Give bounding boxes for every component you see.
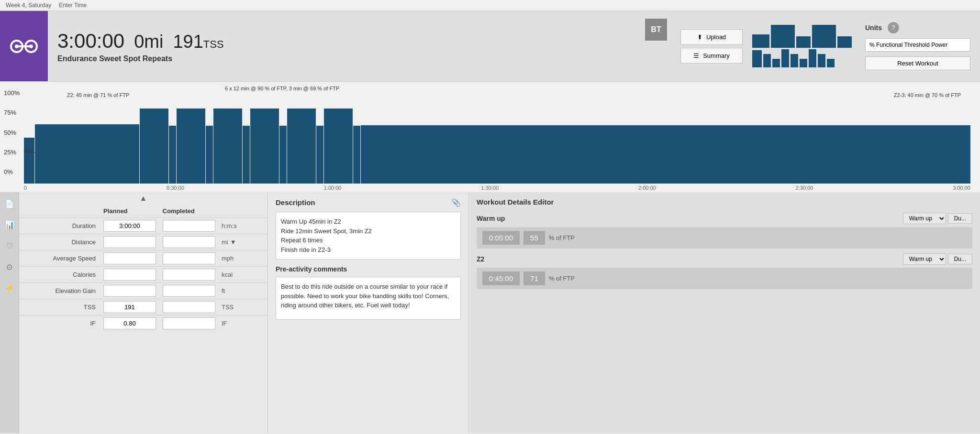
- chart-annotations-top: 6 x 12 min @ 90 % of FTP, 3 min @ 69 % o…: [24, 86, 970, 100]
- enter-time-link[interactable]: Enter Time: [59, 2, 87, 9]
- clip-icon[interactable]: 📎: [451, 198, 461, 207]
- bar-rec4: [279, 126, 287, 184]
- blocks-preview[interactable]: [752, 25, 852, 67]
- distance-unit: mi ▼: [222, 239, 260, 246]
- y-label-100: 100%: [4, 89, 20, 97]
- bt-badge: BT: [645, 19, 667, 41]
- calories-label: Calories: [27, 271, 103, 278]
- description-panel: Description 📎 Warm Up 45min in Z2 Ride 1…: [268, 192, 469, 433]
- x-label-150: 2:30:00: [796, 185, 813, 191]
- bike-icon[interactable]: ⊙: [3, 260, 16, 273]
- summary-icon: ☰: [693, 52, 699, 59]
- bar-rec6: [353, 126, 360, 184]
- bar-ss5: [287, 108, 316, 184]
- pre-activity-text[interactable]: Best to do this ride outside on a course…: [276, 277, 461, 320]
- summary-button[interactable]: ☰ Summary: [680, 48, 743, 64]
- stats-panel: ▲ Planned Completed Duration h:m:s Dista…: [19, 192, 268, 433]
- bar-rec3: [243, 126, 250, 184]
- bar-rec2: [206, 126, 213, 184]
- avg-speed-label: Average Speed: [27, 255, 103, 262]
- chart-section: 100% 75% 50% 25% 0% 6 x 12 min @ 90 % of…: [0, 82, 980, 192]
- duration-planned[interactable]: [103, 220, 156, 232]
- x-label-30: 0:30:00: [167, 185, 184, 191]
- upload-button[interactable]: ⬆ Upload: [680, 29, 743, 45]
- tss-planned[interactable]: [103, 301, 156, 313]
- elevation-label: Elevation Gain: [27, 287, 103, 294]
- segment-z2-ftp-label: % of FTP: [549, 275, 575, 282]
- details-title: Workout Details Editor: [477, 198, 972, 206]
- calories-completed[interactable]: [163, 269, 215, 281]
- elevation-planned[interactable]: [103, 285, 156, 297]
- segment-z2-row: 0:45:00 71 % of FTP: [477, 268, 972, 289]
- stats-row-distance: Distance mi ▼: [19, 234, 267, 250]
- segment-z2-header: Z2 Warm up Du...: [477, 253, 972, 265]
- bolt-icon[interactable]: ⚡: [3, 281, 16, 294]
- if-label: IF: [27, 320, 103, 327]
- stats-row-calories: Calories kcal: [19, 266, 267, 282]
- distance-planned[interactable]: [103, 236, 156, 248]
- units-select[interactable]: % Functional Threshold Power: [865, 38, 970, 52]
- segment-z2-controls: Warm up Du...: [903, 253, 972, 265]
- segment-z2-du-btn[interactable]: Du...: [948, 254, 972, 264]
- duration-unit: h:m:s: [222, 222, 260, 229]
- segment-warmup-name: Warm up: [477, 215, 505, 222]
- details-panel: Workout Details Editor Warm up Warm up D…: [469, 192, 980, 433]
- units-label: Units: [865, 24, 882, 32]
- y-label-25: 25%: [4, 149, 20, 156]
- x-label-0: 0: [24, 185, 27, 191]
- upload-icon: ⬆: [697, 33, 702, 41]
- bar-ss6: [324, 108, 353, 184]
- tss-completed[interactable]: [163, 301, 215, 313]
- reset-button[interactable]: Reset Workout: [865, 56, 970, 70]
- completed-header: Completed: [163, 207, 222, 215]
- stats-row-duration: Duration h:m:s: [19, 217, 267, 234]
- workout-info: 3:00:00 0mi 191TSS Endurance Sweet Spot …: [48, 11, 645, 81]
- file-icon[interactable]: 📄: [3, 197, 16, 210]
- workout-icon-svg: [10, 37, 38, 56]
- segment-warmup-du-btn[interactable]: Du...: [948, 213, 972, 224]
- warmup-label: Wa...: [25, 148, 37, 154]
- if-completed[interactable]: [163, 317, 215, 329]
- bar-ss1: [140, 108, 168, 184]
- pre-activity-label: Pre-activity comments: [276, 265, 461, 273]
- description-title: Description: [276, 198, 315, 206]
- avg-speed-completed[interactable]: [163, 252, 215, 264]
- workout-time: 3:00:00: [57, 30, 124, 53]
- segment-warmup: Warm up Warm up Du... 0:05:00 55 % of FT…: [477, 213, 972, 249]
- bar-rec1: [169, 126, 176, 184]
- bottom-section: 📄 📊 ♡ ⊙ ⚡ ▲ Planned Completed Duration h…: [0, 192, 980, 433]
- left-panel: 📄 📊 ♡ ⊙ ⚡: [0, 192, 19, 433]
- distance-completed[interactable]: [163, 236, 215, 248]
- segment-z2-time: 0:45:00: [482, 271, 520, 285]
- annotation-sweet-spot: 6 x 12 min @ 90 % of FTP, 3 min @ 69 % o…: [225, 86, 339, 91]
- planned-header: Planned: [103, 207, 163, 215]
- help-button[interactable]: ?: [888, 22, 899, 33]
- description-text[interactable]: Warm Up 45min in Z2 Ride 12min Sweet Spo…: [276, 212, 461, 260]
- annotation-z2: Z2: 45 min @ 71 % of FTP: [67, 92, 129, 98]
- x-label-60: 1:00:00: [324, 185, 342, 191]
- x-label-90: 1:30:00: [481, 185, 499, 191]
- bar-ss3: [213, 108, 242, 184]
- header-blocks: [748, 11, 856, 81]
- chart-bars[interactable]: Wa...: [24, 100, 970, 184]
- segment-z2-type-select[interactable]: Warm up: [903, 253, 946, 265]
- bar-warmup: [24, 138, 34, 184]
- duration-completed[interactable]: [163, 220, 215, 232]
- heart-icon[interactable]: ♡: [3, 239, 16, 252]
- avg-speed-unit: mph: [222, 255, 260, 262]
- stats-header: Planned Completed: [19, 205, 267, 217]
- x-label-120: 2:00:00: [638, 185, 656, 191]
- segment-warmup-time: 0:05:00: [482, 231, 520, 245]
- unit-dropdown-icon[interactable]: ▼: [230, 239, 236, 246]
- if-planned[interactable]: [103, 317, 156, 329]
- segment-warmup-ftp-label: % of FTP: [549, 234, 575, 241]
- bar-cooldown: [361, 125, 970, 184]
- segment-warmup-type-select[interactable]: Warm up: [903, 213, 946, 224]
- collapse-bar[interactable]: ▲: [19, 192, 267, 205]
- workout-name: Endurance Sweet Spot Repeats: [57, 54, 635, 63]
- avg-speed-planned[interactable]: [103, 252, 156, 264]
- tss-unit: TSS: [222, 304, 260, 311]
- chart-icon[interactable]: 📊: [3, 218, 16, 231]
- elevation-completed[interactable]: [163, 285, 215, 297]
- calories-planned[interactable]: [103, 269, 156, 281]
